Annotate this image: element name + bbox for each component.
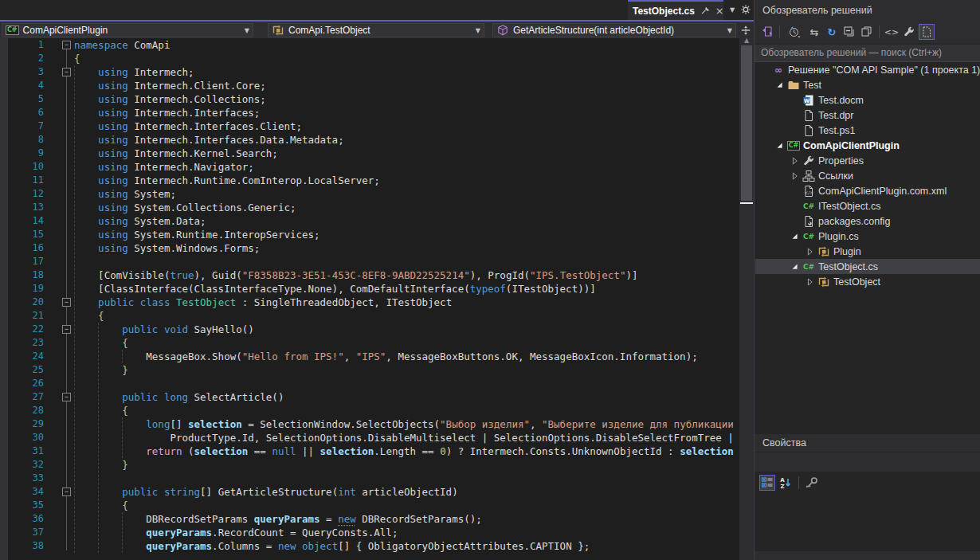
code-line[interactable]: 31 return (selection == null || selectio… (0, 444, 739, 458)
tree-item-comapiclientplugin-com-xml[interactable]: </>ComApiClientPlugin.com.xml (755, 183, 980, 198)
editor-vertical-scrollbar[interactable]: ▲ (739, 35, 754, 560)
collapsed-arrow-icon[interactable] (789, 170, 802, 182)
tab-list-chevron-icon[interactable]: ▼ (726, 3, 739, 16)
tree-item-test[interactable]: Test (755, 77, 980, 92)
scroll-up-arrow-icon[interactable]: ▲ (739, 35, 754, 45)
show-all-files-icon[interactable] (919, 24, 935, 40)
code-line[interactable]: 16 using System.Windows.Forms; (0, 241, 739, 255)
fold-collapse-icon[interactable]: − (62, 298, 71, 307)
history-filter-icon[interactable] (784, 24, 805, 40)
refresh-icon[interactable]: ↻ (824, 24, 840, 40)
tree-item--com-api-sample-1-1-[interactable]: ∞Решение "COM API Sample" (1 проекта 1) (755, 62, 980, 77)
tree-item-test-ps1[interactable]: Test.ps1 (755, 123, 980, 138)
code-line[interactable]: 38 queryParams.Columns = new object[] { … (0, 539, 739, 553)
close-icon[interactable]: × (715, 6, 724, 16)
code-line[interactable]: 11 using Intermech.Runtime.ComInterop.Lo… (0, 174, 739, 187)
code-line[interactable]: 25 } (0, 363, 739, 377)
code-line[interactable]: 5 using Intermech.Collections; (0, 92, 739, 106)
code-line[interactable]: 34 public string[] GetArticleStructure(i… (0, 485, 739, 499)
fold-collapse-icon[interactable]: − (62, 393, 71, 401)
tree-item--[interactable]: Ссылки (755, 168, 980, 183)
compare-icon[interactable]: ⇆ (806, 24, 822, 40)
code-line[interactable]: 26 (0, 377, 739, 390)
tree-item-properties[interactable]: Properties (755, 153, 980, 168)
collapsed-arrow-icon[interactable] (804, 246, 817, 257)
settings-gear-icon[interactable] (739, 3, 752, 16)
fold-collapse-icon[interactable]: − (62, 488, 71, 496)
line-number: 9 (0, 147, 44, 160)
code-line[interactable]: 23 { (0, 336, 739, 350)
code-line[interactable]: 8 using Intermech.Interfaces.Data.Metada… (0, 133, 739, 147)
properties-wrench-icon[interactable] (901, 24, 917, 40)
code-line[interactable]: 15 using System.Runtime.InteropServices; (0, 228, 739, 241)
expanded-arrow-icon[interactable] (774, 80, 786, 91)
fold-collapse-icon[interactable]: − (62, 68, 71, 76)
code-line[interactable]: 22 public void SayHello() (0, 323, 739, 336)
code-line[interactable]: 29 long[] selection = SelectionWindow.Se… (0, 417, 739, 431)
code-line[interactable]: 30 ProductType.Id, SelectionOptions.Disa… (0, 431, 739, 444)
pin-icon[interactable] (700, 6, 711, 17)
tree-item-plugin[interactable]: Plugin (755, 244, 980, 259)
tree-item-label: packages.config (816, 216, 890, 227)
fold-collapse-icon[interactable]: − (62, 41, 71, 49)
code-line[interactable]: 19 [ClassInterface(ClassInterfaceType.No… (0, 282, 739, 296)
property-pages-icon[interactable] (804, 475, 820, 491)
sort-alphabetical-icon[interactable]: A Z (778, 475, 794, 491)
type-dropdown[interactable]: ComApi.TestObject ▼ (268, 23, 484, 37)
code-line[interactable]: 35 { (0, 499, 739, 512)
code-line[interactable]: 9 using Intermech.Kernel.Search; (0, 147, 739, 160)
code-line[interactable]: 17 (0, 255, 739, 268)
tree-item-testobject-cs[interactable]: C#TestObject.cs (755, 259, 980, 274)
code-line[interactable]: 2{ (0, 52, 739, 65)
tree-item-packages-config[interactable]: packages.config (755, 213, 980, 229)
code-line[interactable]: 7 using Intermech.Interfaces.Client; (0, 119, 739, 133)
tree-item-plugin-cs[interactable]: C#Plugin.cs (755, 229, 980, 244)
tree-item-itestobject-cs[interactable]: C#ITestObject.cs (755, 198, 980, 213)
code-line[interactable]: 4 using Intermech.Client.Core; (0, 79, 739, 92)
file-icon (802, 109, 816, 122)
expanded-arrow-icon[interactable] (789, 231, 802, 242)
code-line[interactable]: 21 { (0, 309, 739, 323)
member-dropdown[interactable]: GetArticleStructure(int articleObjectId)… (492, 23, 736, 37)
solution-search-input[interactable]: Обозреватель решений — поиск (Ctrl+ж) (755, 45, 980, 62)
collapsed-arrow-icon[interactable] (804, 276, 817, 288)
code-line[interactable]: 20 public class TestObject : SingleThrea… (0, 296, 739, 309)
csharp-project-icon: C# (786, 141, 801, 151)
code-line[interactable]: 32 } (0, 458, 739, 472)
scrollbar-thumb[interactable] (741, 45, 752, 201)
cs-file-icon: C# (802, 233, 816, 241)
code-line[interactable]: 10 using Intermech.Navigator; (0, 160, 739, 174)
code-line[interactable]: 18 [ComVisible(true), Guid("F8358B23-3E5… (0, 268, 739, 282)
project-dropdown[interactable]: C# ComApiClientPlugin ▼ (2, 23, 253, 37)
fold-collapse-icon[interactable]: − (62, 325, 71, 334)
code-line[interactable]: 24 MessageBox.Show("Hello from IPS!", "I… (0, 350, 739, 363)
collapsed-arrow-icon[interactable] (789, 155, 802, 166)
properties-object-selector[interactable] (755, 452, 980, 472)
tree-item-test-dpr[interactable]: Test.dpr (755, 108, 980, 123)
tree-item-comapiclientplugin[interactable]: C#ComApiClientPlugin (755, 138, 980, 153)
sync-active-document-icon[interactable] (759, 24, 775, 40)
tree-item-test-docm[interactable]: W Test.docm (755, 92, 980, 108)
code-line[interactable]: 1namespace ComApi (0, 38, 739, 52)
tree-item-label: Properties (816, 155, 864, 166)
tab-testobject-cs[interactable]: TestObject.cs × (628, 0, 723, 20)
code-editor[interactable]: 1namespace ComApi2{3 using Intermech;4 u… (0, 38, 739, 560)
line-number: 1 (0, 38, 44, 52)
code-line[interactable]: 37 queryParams.RecordCount = QueryConsts… (0, 526, 739, 539)
code-line[interactable]: 28 { (0, 404, 739, 417)
code-line[interactable]: 36 DBRecordSetParams queryParams = new D… (0, 512, 739, 526)
collapse-all-icon[interactable] (841, 24, 857, 40)
code-line[interactable]: 3 using Intermech; (0, 65, 739, 79)
code-line[interactable]: 12 using System; (0, 187, 739, 201)
code-line[interactable]: 33 (0, 472, 739, 485)
code-line[interactable]: 13 using System.Collections.Generic; (0, 201, 739, 214)
expanded-arrow-icon[interactable] (789, 261, 802, 272)
code-line[interactable]: 14 using System.Data; (0, 214, 739, 228)
preview-icon[interactable] (859, 24, 875, 40)
code-line[interactable]: 27 public long SelectArticle() (0, 390, 739, 404)
expanded-arrow-icon[interactable] (774, 140, 786, 151)
categorized-icon[interactable] (759, 475, 775, 491)
tree-item-testobject[interactable]: TestObject (755, 274, 980, 289)
code-line[interactable]: 6 using Intermech.Interfaces; (0, 106, 739, 119)
view-code-icon[interactable]: <> (884, 24, 900, 40)
